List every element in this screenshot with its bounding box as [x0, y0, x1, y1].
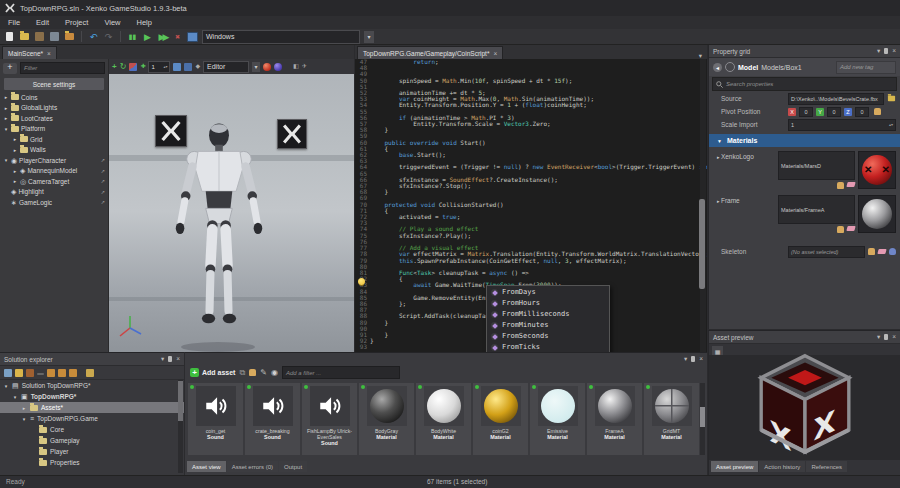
scene-tree-item[interactable]: ▸ GlobalLights — [0, 103, 108, 114]
close-panel-icon[interactable]: × — [892, 334, 896, 340]
mannequin-character[interactable] — [171, 121, 267, 349]
rotate-tool-icon[interactable]: ↻ — [120, 62, 127, 71]
scene-tree-item[interactable]: ▸ Grid — [0, 134, 108, 145]
lightbulb-suggestion-icon[interactable] — [358, 278, 365, 285]
edit-pen-icon[interactable]: ✎ — [260, 370, 267, 376]
pin-icon[interactable] — [884, 334, 888, 340]
menu-item[interactable]: Help — [129, 18, 160, 27]
import-icon[interactable] — [64, 31, 75, 42]
picker-hand-icon[interactable] — [837, 182, 844, 189]
tab-coinscript[interactable]: TopDownRPG.Game/Gameplay/CoinScript* × — [357, 46, 503, 59]
asset-tile[interactable]: crate_breaking Sound — [245, 383, 300, 455]
save-icon[interactable] — [34, 31, 45, 42]
expand-arrow-icon[interactable]: ▸ — [3, 94, 9, 100]
expand-all-button[interactable] — [725, 62, 735, 72]
add-tag-input[interactable]: Add new tag — [836, 61, 896, 74]
close-tab-icon[interactable]: × — [493, 50, 497, 57]
redo-icon[interactable]: ↷ — [103, 31, 114, 42]
code-scrollbar[interactable] — [700, 59, 706, 352]
section-collapse-icon[interactable]: ▼ — [717, 138, 722, 144]
expand-arrow-icon[interactable]: ▾ — [3, 383, 9, 389]
properties-icon[interactable] — [86, 369, 94, 377]
solution-tree-item[interactable]: ▾ ≡ TopDownRPG.Game — [0, 413, 184, 424]
view-mode-arrow-icon[interactable]: ▾ — [252, 62, 260, 72]
stop-icon[interactable]: ✖ — [172, 31, 183, 42]
expand-arrow-icon[interactable]: ▸ — [12, 147, 18, 153]
loot-crate[interactable] — [277, 119, 307, 149]
completion-item[interactable]: FromHours — [487, 298, 609, 309]
pivot-z-input[interactable]: 0 — [855, 107, 869, 117]
camera-speed-icon[interactable]: ✈ — [302, 62, 307, 71]
pin-icon[interactable] — [691, 356, 695, 362]
expand-arrow-icon[interactable]: ▸ — [21, 405, 27, 411]
scene-tree-item[interactable]: ▸ Coins — [0, 92, 108, 103]
build-icon[interactable]: ▮▮ — [127, 31, 138, 42]
asset-tile[interactable]: coin_get Sound — [188, 383, 243, 455]
lighting-icon[interactable] — [263, 63, 271, 71]
close-panel-icon[interactable]: × — [892, 48, 896, 54]
asset-tile[interactable]: FrameA Material — [587, 383, 642, 455]
scrollbar-thumb[interactable] — [700, 407, 705, 427]
scale-tool-icon[interactable] — [129, 63, 137, 71]
space-mode-icon[interactable] — [173, 63, 181, 71]
pivot-x-input[interactable]: 0 — [799, 107, 813, 117]
pivot-tool-icon[interactable] — [874, 108, 881, 115]
scrollbar-thumb[interactable] — [699, 199, 705, 289]
completion-item[interactable]: FromDays — [487, 287, 609, 298]
asset-tile[interactable]: BodyWhite Material — [416, 383, 471, 455]
add-asset-button[interactable]: + Add asset — [190, 368, 235, 377]
scene-tree-item[interactable]: ▸ ◈ MannequinModel ↗ — [0, 166, 108, 177]
camera-settings-icon[interactable]: ◧ — [293, 62, 299, 71]
expand-arrow-icon[interactable]: ▾ — [3, 126, 9, 132]
filter-icon[interactable] — [69, 369, 77, 377]
skeleton-person-icon[interactable] — [889, 248, 896, 255]
material-reference-input[interactable]: Materials/FrameA — [778, 195, 855, 224]
asset-tile[interactable]: coinG2 Material — [473, 383, 528, 455]
materials-section-header[interactable]: ▼ Materials — [709, 134, 900, 147]
platform-dropdown[interactable]: Windows — [202, 30, 360, 44]
scene-tree-item[interactable]: ▸ ◎ CameraTarget ↗ — [0, 176, 108, 187]
snap-value-stepper[interactable]: 1▴▾ — [148, 61, 170, 73]
scene-tree-item[interactable]: ◈ Highlight ↗ — [0, 187, 108, 198]
scene-tree-item[interactable]: ▸ Walls — [0, 145, 108, 156]
expand-arrow-icon[interactable]: ▸ — [12, 178, 18, 184]
eraser-icon[interactable] — [846, 182, 855, 187]
close-tab-icon[interactable]: × — [47, 50, 51, 57]
menu-item[interactable]: File — [0, 18, 28, 27]
solution-tree-item[interactable]: Core — [0, 424, 184, 435]
window-menu-icon[interactable]: ▾ — [684, 356, 687, 362]
completion-item[interactable]: FromMilliseconds — [487, 309, 609, 320]
copy-icon[interactable]: ⧉ — [239, 370, 245, 376]
material-thumbnail[interactable] — [858, 195, 896, 233]
play-icon[interactable]: ▶ — [142, 31, 153, 42]
solution-tree-item[interactable]: ▸ Assets* — [0, 402, 184, 413]
expand-arrow-icon[interactable]: ▾ — [12, 394, 18, 400]
picker-hand-icon[interactable] — [868, 248, 875, 255]
asset-tile[interactable]: Emissive Material — [530, 383, 585, 455]
view-mode-dropdown[interactable]: Editor — [203, 61, 249, 73]
material-mode-icon[interactable] — [274, 63, 282, 71]
bottom-tab[interactable]: Asset errors (0) — [227, 461, 278, 472]
viewport-3d[interactable]: + ↻ ✚ 1▴▾ ◆ Editor ▾ ◧ ✈ — [109, 59, 354, 352]
solution-tree-item[interactable]: Player — [0, 446, 184, 457]
window-menu-icon[interactable]: ▾ — [161, 356, 164, 362]
expand-arrow-icon[interactable]: ▾ — [21, 416, 27, 422]
expand-arrow-icon[interactable]: ▸ — [3, 105, 9, 111]
add-entity-button[interactable]: + — [3, 63, 17, 74]
expand-arrow-icon[interactable]: ▸ — [12, 136, 18, 142]
expand-arrow-icon[interactable]: ▸ — [12, 168, 18, 174]
bottom-tab[interactable]: Action history — [759, 461, 805, 472]
new-folder-icon[interactable] — [15, 369, 23, 377]
pin-icon[interactable] — [884, 48, 888, 54]
scrollbar-thumb[interactable] — [178, 381, 183, 421]
scene-tree-item[interactable]: ▾ Platform — [0, 124, 108, 135]
bottom-tab[interactable]: Asset preview — [711, 461, 758, 472]
material-thumbnail[interactable]: ✕✕ — [858, 151, 896, 189]
close-panel-icon[interactable]: × — [699, 356, 703, 362]
tab-mainscene[interactable]: MainScene* × — [2, 46, 57, 59]
asset-tile[interactable]: BodyGray Material — [359, 383, 414, 455]
import-package-icon[interactable] — [26, 369, 34, 377]
close-panel-icon[interactable]: × — [176, 356, 180, 362]
menu-item[interactable]: Project — [57, 18, 96, 27]
code-editor[interactable]: 47 return; 48 49 50 spinSpeed = Math.Min… — [355, 59, 707, 352]
